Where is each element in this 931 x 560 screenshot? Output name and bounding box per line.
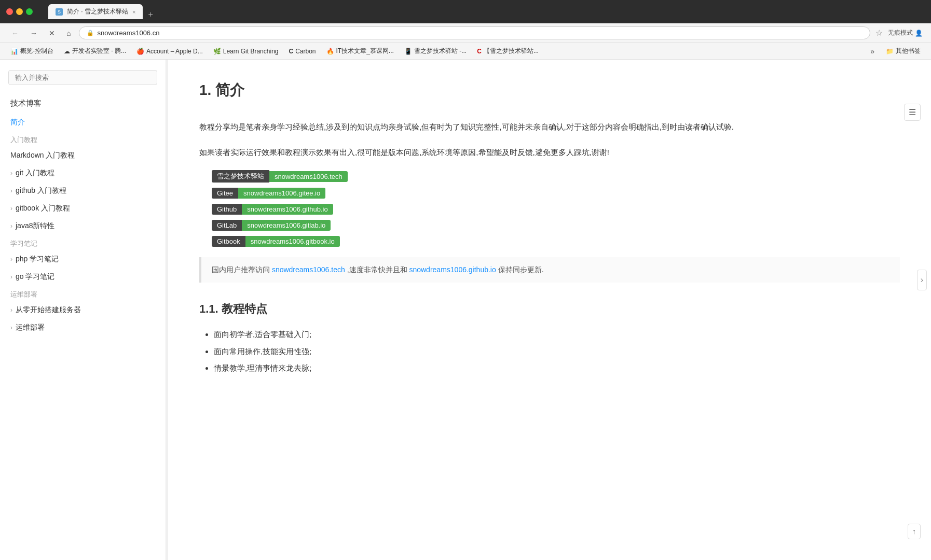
badge-label-gitee: Gitee bbox=[212, 188, 238, 199]
badge-link-gitbook[interactable]: snowdreams1006.gitbook.io bbox=[245, 236, 340, 247]
bookmark-apple[interactable]: 🍎 Account – Apple D... bbox=[132, 46, 207, 57]
sidebar-item-intro[interactable]: 简介 bbox=[0, 114, 166, 131]
quote-link1[interactable]: snowdreams1006.tech bbox=[272, 265, 345, 274]
section-title-notes: 学习笔记 bbox=[0, 235, 166, 250]
sidebar-item-php[interactable]: › php 学习笔记 bbox=[0, 250, 166, 268]
forward-btn[interactable]: → bbox=[27, 28, 40, 38]
section-title-ops: 运维部署 bbox=[0, 286, 166, 301]
tab-bar: S 简介 · 雪之梦技术驿站 × + bbox=[43, 4, 925, 19]
address-input[interactable]: 🔒 snowdreams1006.cn bbox=[79, 26, 870, 39]
badge-gitee: Gitee snowdreams1006.gitee.io bbox=[212, 188, 325, 199]
bookmark-kaifazhe[interactable]: ☁ 开发者实验室 · 腾... bbox=[60, 45, 130, 57]
intro-paragraph-2: 如果读者实际运行效果和教程演示效果有出入,很可能是版本问题,系统环境等原因,希望… bbox=[199, 145, 900, 160]
scroll-top-button[interactable]: ↑ bbox=[908, 524, 921, 539]
sidebar-item-server[interactable]: › 从零开始搭建服务器 bbox=[0, 301, 166, 319]
browser-chrome: S 简介 · 雪之梦技术驿站 × + ← → ✕ ⌂ 🔒 snowdreams1… bbox=[0, 0, 931, 60]
main-content: 1. 简介 教程分享均是笔者亲身学习经验总结,涉及到的知识点均亲身试验,但有时为… bbox=[168, 60, 931, 560]
bookmark-snow1-icon: 📱 bbox=[404, 48, 412, 55]
expand-icon-java8: › bbox=[10, 222, 12, 230]
bookmarks-folder[interactable]: 📁 其他书签 bbox=[882, 45, 925, 57]
close-window-btn[interactable] bbox=[6, 8, 13, 15]
badge-label-snow: 雪之梦技术驿站 bbox=[212, 170, 269, 183]
list-item: 雪之梦技术驿站 snowdreams1006.tech bbox=[212, 170, 900, 183]
title-bar: S 简介 · 雪之梦技术驿站 × + bbox=[0, 0, 931, 23]
sidebar-item-git[interactable]: › git 入门教程 bbox=[0, 164, 166, 182]
badge-link-github[interactable]: snowdreams1006.github.io bbox=[242, 204, 333, 215]
tab-title: 简介 · 雪之梦技术驿站 bbox=[67, 7, 128, 16]
bookmark-git[interactable]: 🌿 Learn Git Branching bbox=[209, 46, 283, 57]
address-bar: ← → ✕ ⌂ 🔒 snowdreams1006.cn ☆ 无痕模式 👤 bbox=[0, 23, 931, 43]
feature-item-3: 情景教学,理清事情来龙去脉; bbox=[214, 361, 900, 376]
list-item: Gitbook snowdreams1006.gitbook.io bbox=[212, 236, 900, 247]
bookmark-it-label: IT技术文章_慕课网... bbox=[336, 47, 394, 55]
folder-icon: 📁 bbox=[886, 48, 894, 55]
badge-github: Github snowdreams1006.github.io bbox=[212, 204, 333, 215]
privacy-label: 无痕模式 bbox=[888, 29, 913, 37]
bookmark-apple-label: Account – Apple D... bbox=[146, 48, 203, 55]
badge-gitbook: Gitbook snowdreams1006.gitbook.io bbox=[212, 236, 340, 247]
quote-prefix: 国内用户推荐访问 bbox=[212, 265, 272, 274]
bookmark-carbon[interactable]: C Carbon bbox=[284, 46, 320, 57]
expand-icon-github: › bbox=[10, 187, 12, 194]
sidebar-item-markdown[interactable]: Markdown 入门教程 bbox=[0, 147, 166, 164]
bookmark-gaikuang[interactable]: 📊 概览-控制台 bbox=[6, 45, 58, 57]
quote-suffix: 保持同步更新. bbox=[496, 265, 544, 274]
bookmark-git-icon: 🌿 bbox=[213, 48, 221, 55]
tab-close-btn[interactable]: × bbox=[132, 9, 135, 15]
right-nav-arrow-btn[interactable]: › bbox=[917, 270, 927, 290]
bookmark-snow2-icon: C bbox=[477, 48, 482, 55]
badge-link-gitlab[interactable]: snowdreams1006.gitlab.io bbox=[242, 220, 331, 231]
bookmark-apple-icon: 🍎 bbox=[136, 48, 144, 55]
bookmark-carbon-icon: C bbox=[289, 48, 293, 55]
toc-button[interactable]: ☰ bbox=[904, 104, 921, 121]
refresh-btn[interactable]: ✕ bbox=[46, 28, 58, 38]
bookmark-it-icon: 🔥 bbox=[326, 48, 334, 55]
search-input[interactable] bbox=[8, 70, 157, 85]
more-bookmarks-btn[interactable]: » bbox=[867, 46, 878, 57]
badge-label-github: Github bbox=[212, 204, 242, 215]
bookmark-star-btn[interactable]: ☆ bbox=[875, 28, 883, 38]
list-item: Github snowdreams1006.github.io bbox=[212, 204, 900, 215]
bookmark-git-label: Learn Git Branching bbox=[223, 48, 279, 55]
list-item: Gitee snowdreams1006.gitee.io bbox=[212, 188, 900, 199]
privacy-icon: 👤 bbox=[915, 30, 923, 37]
badge-link-gitee[interactable]: snowdreams1006.gitee.io bbox=[238, 188, 325, 199]
home-btn[interactable]: ⌂ bbox=[63, 28, 74, 38]
link-list: 雪之梦技术驿站 snowdreams1006.tech Gitee snowdr… bbox=[199, 170, 900, 247]
expand-icon-gitbook: › bbox=[10, 205, 12, 212]
bookmark-snow2[interactable]: C 【雪之梦技术驿站... bbox=[473, 45, 543, 57]
badge-label-gitbook: Gitbook bbox=[212, 236, 245, 247]
page-container: 技术博客 简介 入门教程 Markdown 入门教程 › git 入门教程 › … bbox=[0, 60, 931, 560]
quote-block: 国内用户推荐访问 snowdreams1006.tech ,速度非常快并且和 s… bbox=[199, 257, 900, 283]
badge-snow: 雪之梦技术驿站 snowdreams1006.tech bbox=[212, 170, 348, 183]
sidebar-top-item-blog[interactable]: 技术博客 bbox=[0, 93, 166, 114]
new-tab-btn[interactable]: + bbox=[144, 10, 157, 19]
url-text: snowdreams1006.cn bbox=[97, 29, 159, 37]
intro-paragraph-1: 教程分享均是笔者亲身学习经验总结,涉及到的知识点均亲身试验,但有时为了知识完整性… bbox=[199, 120, 900, 135]
lock-icon: 🔒 bbox=[87, 30, 94, 36]
quote-link2[interactable]: snowdreams1006.github.io bbox=[409, 265, 496, 274]
feature-item-2: 面向常用操作,技能实用性强; bbox=[214, 344, 900, 359]
page-heading: 1. 简介 bbox=[199, 80, 900, 105]
active-tab[interactable]: S 简介 · 雪之梦技术驿站 × bbox=[48, 4, 143, 19]
sidebar-item-github[interactable]: › github 入门教程 bbox=[0, 182, 166, 200]
bookmark-carbon-label: Carbon bbox=[295, 48, 316, 55]
bookmark-snow1-label: 雪之梦技术驿站 -... bbox=[414, 47, 467, 55]
maximize-window-btn[interactable] bbox=[26, 8, 33, 15]
sidebar-item-ops[interactable]: › 运维部署 bbox=[0, 319, 166, 337]
sidebar-item-go[interactable]: › go 学习笔记 bbox=[0, 268, 166, 286]
badge-label-gitlab: GitLab bbox=[212, 220, 242, 231]
bookmark-kaifazhe-icon: ☁ bbox=[64, 48, 70, 55]
back-btn[interactable]: ← bbox=[8, 28, 22, 38]
bookmark-it[interactable]: 🔥 IT技术文章_慕课网... bbox=[322, 45, 398, 57]
section-heading-features: 1.1. 教程特点 bbox=[199, 301, 900, 317]
sidebar-item-java8[interactable]: › java8新特性 bbox=[0, 217, 166, 235]
sidebar-item-gitbook[interactable]: › gitbook 入门教程 bbox=[0, 200, 166, 217]
badge-link-snow[interactable]: snowdreams1006.tech bbox=[269, 171, 348, 182]
sidebar: 技术博客 简介 入门教程 Markdown 入门教程 › git 入门教程 › … bbox=[0, 60, 166, 560]
feature-list: 面向初学者,适合零基础入门; 面向常用操作,技能实用性强; 情景教学,理清事情来… bbox=[199, 327, 900, 376]
privacy-mode-btn[interactable]: 无痕模式 👤 bbox=[888, 29, 923, 37]
bookmark-snow1[interactable]: 📱 雪之梦技术驿站 -... bbox=[400, 45, 471, 57]
minimize-window-btn[interactable] bbox=[16, 8, 23, 15]
feature-item-1: 面向初学者,适合零基础入门; bbox=[214, 327, 900, 342]
